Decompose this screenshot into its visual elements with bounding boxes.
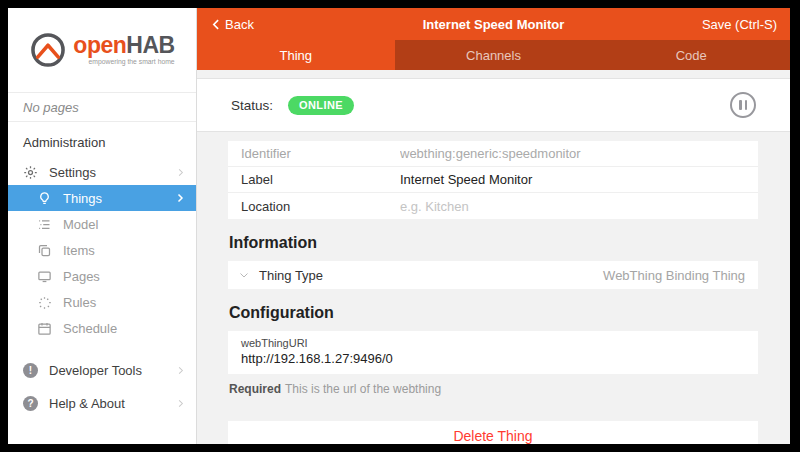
sparkle-icon: [37, 295, 52, 310]
required-label: Required: [229, 382, 281, 396]
tab-thing[interactable]: Thing: [197, 40, 395, 70]
webthinguri-card: webThingURI: [228, 331, 758, 374]
sidebar-item-help-about[interactable]: ? Help & About: [8, 390, 196, 416]
chevron-right-icon: [175, 167, 186, 178]
identifier-label: Identifier: [228, 146, 400, 161]
sidebar-item-rules[interactable]: Rules: [8, 289, 196, 315]
sidebar-item-settings[interactable]: Settings: [8, 159, 196, 185]
main-panel: Back Internet Speed Monitor Save (Ctrl-S…: [197, 8, 790, 444]
logo-open: open: [73, 32, 126, 58]
sidebar-item-developer-tools[interactable]: ! Developer Tools: [8, 357, 196, 383]
sidebar: openHAB empowering the smart home No pag…: [8, 8, 197, 444]
configuration-heading: Configuration: [229, 304, 758, 322]
gear-icon: [23, 165, 38, 180]
no-pages-label: No pages: [8, 92, 196, 122]
back-button[interactable]: Back: [210, 17, 254, 32]
label-label: Label: [228, 172, 400, 187]
copy-icon: [37, 243, 52, 258]
information-heading: Information: [229, 234, 758, 252]
thing-type-row[interactable]: Thing Type WebThing Binding Thing: [228, 261, 758, 289]
location-label: Location: [228, 199, 400, 214]
sidebar-item-label: Model: [63, 217, 186, 232]
tab-bar: Thing Channels Code: [197, 40, 790, 70]
chevron-right-icon: [175, 365, 186, 376]
sidebar-item-label: Schedule: [63, 321, 186, 336]
logo-wordmark: openHAB empowering the smart home: [73, 34, 174, 66]
monitor-icon: [37, 269, 52, 284]
required-helper-text: RequiredThis is the url of the webthing: [229, 382, 758, 396]
chevron-right-icon: [174, 192, 186, 204]
pause-button[interactable]: [730, 92, 756, 118]
identifier-field: [400, 146, 758, 161]
sidebar-item-things[interactable]: Things: [8, 185, 196, 211]
webthinguri-field[interactable]: [241, 351, 745, 366]
sidebar-item-label: Things: [63, 191, 174, 206]
sidebar-item-label: Pages: [63, 269, 186, 284]
sidebar-item-label: Settings: [49, 165, 175, 180]
status-label: Status:: [231, 98, 273, 113]
lightbulb-icon: [37, 191, 52, 206]
chevron-left-icon: [210, 18, 223, 31]
save-button[interactable]: Save (Ctrl-S): [702, 17, 777, 32]
location-field[interactable]: [400, 199, 758, 214]
sidebar-item-label: Items: [63, 243, 186, 258]
tab-code[interactable]: Code: [592, 40, 790, 70]
chevron-right-icon: [175, 398, 186, 409]
openhab-logo-icon: [29, 31, 67, 69]
logo-hab: HAB: [126, 32, 174, 58]
top-navbar: Back Internet Speed Monitor Save (Ctrl-S…: [197, 8, 790, 40]
sidebar-item-schedule[interactable]: Schedule: [8, 315, 196, 341]
sidebar-footer: ! Developer Tools ? Help & About: [8, 357, 196, 416]
tree-list-icon: [37, 217, 52, 232]
sidebar-item-label: Help & About: [49, 396, 175, 411]
sidebar-item-label: Rules: [63, 295, 186, 310]
question-circle-icon: ?: [23, 396, 38, 411]
thing-type-label: Thing Type: [259, 268, 323, 283]
chevron-down-icon: [238, 269, 250, 281]
required-description: This is the url of the webthing: [285, 382, 441, 396]
exclamation-circle-icon: !: [23, 363, 38, 378]
label-row: Label: [228, 167, 758, 193]
label-field[interactable]: [400, 172, 758, 187]
openhab-logo: openHAB empowering the smart home: [8, 8, 196, 92]
tab-channels[interactable]: Channels: [395, 40, 593, 70]
webthinguri-label: webThingURI: [241, 337, 745, 349]
administration-section-label: Administration: [8, 122, 196, 159]
sidebar-item-items[interactable]: Items: [8, 237, 196, 263]
location-row: Location: [228, 193, 758, 219]
back-label: Back: [225, 17, 254, 32]
app-window: openHAB empowering the smart home No pag…: [8, 8, 790, 444]
sidebar-item-pages[interactable]: Pages: [8, 263, 196, 289]
calendar-icon: [37, 321, 52, 336]
thing-detail-content: Status: ONLINE Identifier Label Location: [197, 70, 790, 444]
sidebar-item-model[interactable]: Model: [8, 211, 196, 237]
status-badge: ONLINE: [288, 96, 354, 115]
delete-thing-button[interactable]: Delete Thing: [228, 421, 758, 444]
logo-tagline: empowering the smart home: [73, 59, 174, 66]
sidebar-item-label: Developer Tools: [49, 363, 175, 378]
thing-type-value: WebThing Binding Thing: [603, 268, 745, 283]
identifier-row: Identifier: [228, 141, 758, 167]
thing-form-card: Identifier Label Location: [228, 141, 758, 219]
status-card: Status: ONLINE: [197, 78, 790, 132]
